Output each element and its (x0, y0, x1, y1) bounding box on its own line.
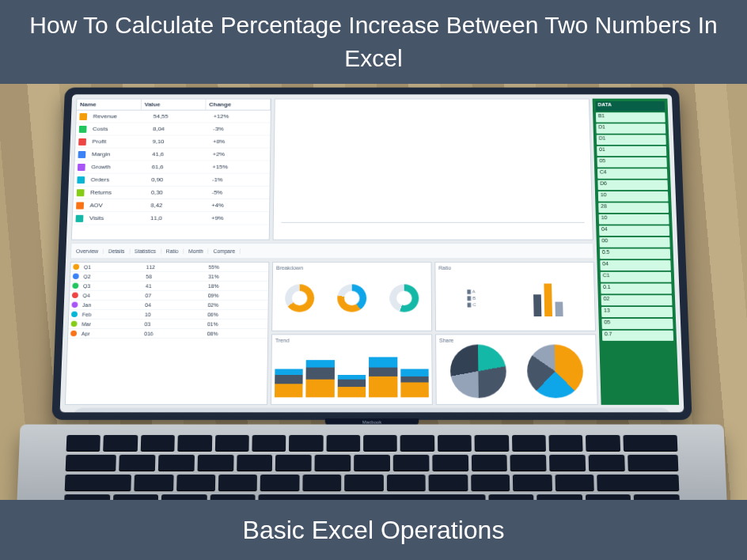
hero-scene: Name Value Change Revenue54,55+12%Costs8… (0, 84, 747, 500)
pie-1 (449, 344, 506, 398)
bar (281, 218, 288, 219)
list-header: Name Value Change (77, 100, 271, 111)
bottom-banner-text: Basic Excel Operations (243, 516, 505, 545)
keyboard-key (315, 455, 351, 471)
bar (366, 218, 373, 219)
side-cell: B1 (596, 112, 665, 122)
laptop-screen: Name Value Change Revenue54,55+12%Costs8… (60, 94, 684, 412)
keyboard-key (66, 435, 101, 452)
side-cell: 13 (601, 307, 673, 317)
mid-label: Details (104, 248, 130, 253)
bar (307, 218, 314, 219)
bar (408, 218, 415, 219)
list2-row: Feb1006% (69, 310, 268, 320)
donut-2 (337, 284, 366, 312)
keyboard-key (623, 435, 677, 452)
pie-2 (526, 344, 583, 398)
col-3: Change (206, 100, 271, 110)
keyboard-key (488, 494, 534, 500)
bar (332, 218, 339, 219)
keyboard-key (471, 475, 510, 491)
keyboard-key (471, 455, 507, 471)
keyboard-key (511, 435, 545, 452)
keyboard-key (429, 475, 468, 491)
bar (552, 218, 559, 219)
bar (510, 218, 517, 219)
bar (340, 218, 347, 219)
keyboard-key (387, 475, 426, 491)
bar (434, 218, 441, 219)
bar (315, 218, 322, 219)
bar (518, 218, 525, 219)
mini-title-c: Trend (275, 338, 429, 344)
side-cell: C1 (601, 272, 672, 282)
side-cell: C4 (597, 168, 667, 179)
bar (527, 218, 534, 219)
side-cell: 10 (599, 214, 669, 225)
side-cell: D6 (597, 180, 668, 191)
list-row: Profit9,10+8% (75, 135, 270, 148)
bar (569, 218, 576, 219)
keyboard-key (586, 494, 631, 500)
keyboard-key (258, 494, 485, 500)
bar (450, 218, 457, 219)
top-banner: How To Calculate Percentage Increase Bet… (0, 0, 747, 84)
keyboard-key (513, 475, 552, 491)
bottom-banner: Basic Excel Operations (0, 500, 747, 560)
list2-row: Q34118% (70, 282, 268, 291)
bar (324, 218, 331, 219)
keyboard-key (214, 435, 248, 452)
keyboard-key (66, 455, 116, 471)
keyboard-key (510, 455, 547, 471)
bar (290, 218, 297, 219)
main-bar-chart (273, 99, 593, 240)
keyboard-key (302, 475, 341, 491)
keyboard-key (555, 475, 594, 491)
bar (578, 218, 585, 219)
side-cell: 04 (600, 260, 670, 271)
keyboard-key (218, 475, 258, 491)
keyboard-key (210, 494, 256, 500)
keyboard-key (634, 494, 680, 500)
keyboard-key (363, 435, 397, 452)
keyboard-key (438, 435, 472, 452)
mid-label: Month (184, 248, 209, 253)
mini-chart-ratio: Ratio ▇ A▇ B▇ C (434, 262, 596, 331)
list-body: Revenue54,55+12%Costs8,04-3%Profit9,10+8… (72, 111, 271, 240)
donut-1 (285, 284, 314, 312)
side-cell: 02 (601, 295, 673, 305)
bar (383, 218, 390, 219)
bar (468, 218, 475, 219)
list-row: Visits11,0+9% (72, 212, 269, 225)
keyboard-key (548, 435, 582, 452)
list-row: Costs8,04-3% (76, 123, 271, 135)
keyboard-key (400, 435, 434, 452)
side-cell: 0.7 (602, 331, 673, 341)
keyboard-key (252, 435, 286, 452)
laptop-keyboard (16, 425, 729, 500)
keyboard-key (161, 494, 207, 500)
side-cell: D1 (596, 123, 665, 133)
keyboard-key (176, 475, 216, 491)
bar (501, 218, 508, 219)
keyboard-key (326, 435, 360, 452)
bar (358, 218, 365, 219)
keyboard-key (289, 435, 323, 452)
list-row: AOV8,42+4% (73, 199, 269, 212)
side-cell: 05 (597, 157, 667, 168)
mid-label: Statistics (130, 248, 161, 253)
keyboard-key (177, 435, 211, 452)
keyboard-key (597, 475, 679, 491)
laptop: Name Value Change Revenue54,55+12%Costs8… (16, 88, 728, 500)
list-row: Orders0,90-1% (74, 174, 269, 187)
top-banner-text: How To Calculate Percentage Increase Bet… (16, 9, 731, 75)
keyboard-key (140, 435, 174, 452)
col-1: Name (77, 100, 142, 110)
keyboard-key (275, 455, 312, 471)
mini-title-d: Share (439, 338, 593, 344)
mid-label-row: OverviewDetailsStatisticsRatioMonthCompa… (70, 243, 594, 259)
keyboard-key (64, 494, 110, 500)
keyboard-key (549, 455, 586, 471)
keyboard-key (134, 475, 173, 491)
mid-label: Compare (209, 248, 241, 253)
